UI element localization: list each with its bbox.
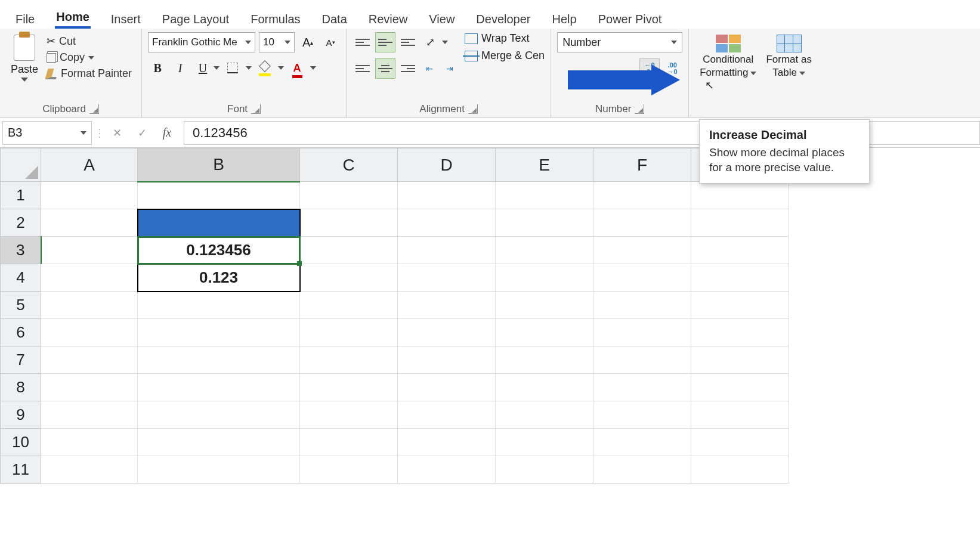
- paste-button[interactable]: Paste: [6, 32, 43, 102]
- align-top-button[interactable]: [353, 32, 373, 52]
- cell-B2[interactable]: [138, 209, 300, 237]
- cell-A8[interactable]: [41, 374, 138, 401]
- cell-F9[interactable]: [593, 401, 691, 429]
- row-header-11[interactable]: 11: [1, 456, 41, 484]
- cell-C2[interactable]: [300, 209, 398, 237]
- underline-button[interactable]: U: [193, 58, 212, 78]
- cell-F11[interactable]: [593, 456, 691, 484]
- cell-C6[interactable]: [300, 319, 398, 346]
- cell-G1[interactable]: [691, 182, 789, 209]
- tab-review[interactable]: Review: [367, 7, 409, 29]
- cell-C4[interactable]: [300, 264, 398, 292]
- tab-view[interactable]: View: [428, 7, 456, 29]
- cell-D3[interactable]: [398, 237, 496, 264]
- decrease-indent-button[interactable]: ⇤: [421, 60, 438, 78]
- row-header-10[interactable]: 10: [1, 429, 41, 456]
- clipboard-launcher[interactable]: [89, 104, 99, 114]
- row-header-4[interactable]: 4: [1, 264, 41, 292]
- cell-G7[interactable]: [691, 346, 789, 374]
- cut-button[interactable]: ✂ Cut: [47, 35, 132, 48]
- cell-B6[interactable]: [138, 319, 300, 346]
- font-color-button[interactable]: A: [287, 58, 307, 78]
- column-header-D[interactable]: D: [398, 148, 496, 182]
- cell-C7[interactable]: [300, 346, 398, 374]
- formula-cancel-button[interactable]: ✕: [107, 123, 126, 143]
- copy-button[interactable]: Copy: [47, 51, 132, 64]
- tab-power-pivot[interactable]: Power Pivot: [597, 7, 663, 29]
- cell-D10[interactable]: [398, 429, 496, 456]
- cell-A3[interactable]: [41, 237, 138, 264]
- cell-E1[interactable]: [496, 182, 593, 209]
- cell-F6[interactable]: [593, 319, 691, 346]
- cell-B7[interactable]: [138, 346, 300, 374]
- cell-F4[interactable]: [593, 264, 691, 292]
- tab-data[interactable]: Data: [321, 7, 348, 29]
- column-header-F[interactable]: F: [593, 148, 691, 182]
- number-format-select[interactable]: Number: [557, 32, 682, 52]
- cell-A1[interactable]: [41, 182, 138, 209]
- align-center-button[interactable]: [375, 58, 395, 79]
- cell-B4[interactable]: 0.123: [138, 264, 300, 292]
- cell-G5[interactable]: [691, 292, 789, 319]
- cell-F5[interactable]: [593, 292, 691, 319]
- column-header-A[interactable]: A: [41, 148, 138, 182]
- cell-C9[interactable]: [300, 401, 398, 429]
- chevron-down-icon[interactable]: [246, 66, 252, 70]
- cell-E5[interactable]: [496, 292, 593, 319]
- cell-B5[interactable]: [138, 292, 300, 319]
- cell-D11[interactable]: [398, 456, 496, 484]
- cell-D5[interactable]: [398, 292, 496, 319]
- borders-button[interactable]: [223, 58, 242, 78]
- tab-file[interactable]: File: [14, 7, 36, 29]
- font-size-select[interactable]: 10: [259, 32, 295, 52]
- orientation-button[interactable]: ⤢: [421, 33, 440, 52]
- shrink-font-button[interactable]: A▾: [321, 33, 340, 52]
- row-header-1[interactable]: 1: [1, 182, 41, 209]
- cell-E11[interactable]: [496, 456, 593, 484]
- cell-E3[interactable]: [496, 237, 593, 264]
- fill-color-button[interactable]: [255, 58, 274, 78]
- cell-C1[interactable]: [300, 182, 398, 209]
- number-launcher[interactable]: [635, 104, 644, 114]
- cell-F1[interactable]: [593, 182, 691, 209]
- cell-F10[interactable]: [593, 429, 691, 456]
- alignment-launcher[interactable]: [468, 104, 478, 114]
- cell-G11[interactable]: [691, 456, 789, 484]
- increase-indent-button[interactable]: ⇥: [441, 60, 459, 78]
- cell-A2[interactable]: [41, 209, 138, 237]
- align-middle-button[interactable]: [375, 32, 395, 52]
- column-header-B[interactable]: B: [138, 148, 300, 182]
- chevron-down-icon[interactable]: [88, 56, 94, 60]
- row-header-3[interactable]: 3: [1, 237, 41, 264]
- insert-function-button[interactable]: fx: [157, 123, 177, 143]
- cell-E2[interactable]: [496, 209, 593, 237]
- tab-insert[interactable]: Insert: [110, 7, 142, 29]
- formula-enter-button[interactable]: ✓: [132, 123, 152, 143]
- cell-G6[interactable]: [691, 319, 789, 346]
- cell-A5[interactable]: [41, 292, 138, 319]
- cell-A9[interactable]: [41, 401, 138, 429]
- cell-A11[interactable]: [41, 456, 138, 484]
- bold-button[interactable]: B: [148, 58, 167, 78]
- tab-help[interactable]: Help: [551, 7, 578, 29]
- cell-E4[interactable]: [496, 264, 593, 292]
- cell-C3[interactable]: [300, 237, 398, 264]
- cell-D2[interactable]: [398, 209, 496, 237]
- cell-G4[interactable]: [691, 264, 789, 292]
- tab-formulas[interactable]: Formulas: [249, 7, 301, 29]
- cell-E6[interactable]: [496, 319, 593, 346]
- wrap-text-button[interactable]: Wrap Text: [465, 32, 545, 45]
- cell-D8[interactable]: [398, 374, 496, 401]
- tab-home[interactable]: Home: [55, 4, 91, 29]
- cell-A4[interactable]: [41, 264, 138, 292]
- cell-D9[interactable]: [398, 401, 496, 429]
- italic-button[interactable]: I: [171, 58, 190, 78]
- cell-B9[interactable]: [138, 401, 300, 429]
- cell-E10[interactable]: [496, 429, 593, 456]
- cell-D6[interactable]: [398, 319, 496, 346]
- align-right-button[interactable]: [398, 58, 418, 79]
- row-header-2[interactable]: 2: [1, 209, 41, 237]
- column-header-C[interactable]: C: [300, 148, 398, 182]
- cell-B3[interactable]: 0.123456: [138, 237, 300, 264]
- cell-B10[interactable]: [138, 429, 300, 456]
